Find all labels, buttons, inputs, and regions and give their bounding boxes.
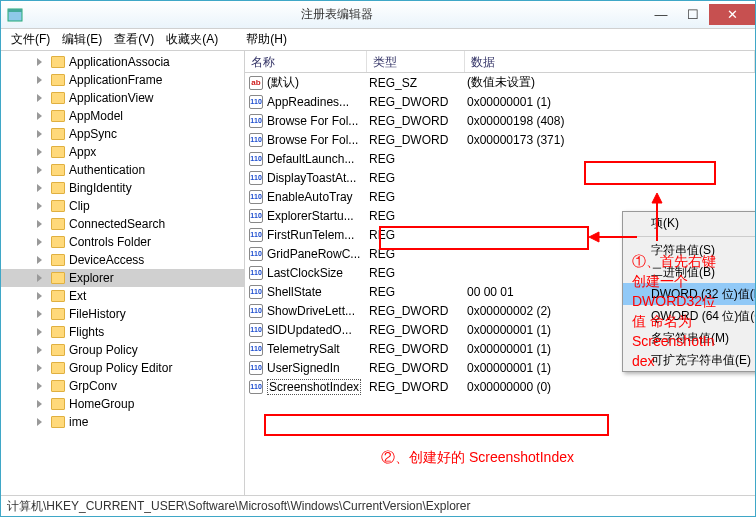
expand-icon[interactable] bbox=[37, 382, 42, 390]
menu-item-string[interactable]: 字符串值(S) bbox=[623, 239, 756, 261]
menu-item-binary[interactable]: 二进制值(B) bbox=[623, 261, 756, 283]
tree-pane[interactable]: ApplicationAssociaApplicationFrameApplic… bbox=[1, 51, 245, 495]
header-name[interactable]: 名称 bbox=[245, 51, 367, 72]
menu-edit[interactable]: 编辑(E) bbox=[56, 29, 108, 50]
binary-icon: 110 bbox=[249, 190, 263, 204]
value-type: REG bbox=[367, 190, 465, 204]
expand-icon[interactable] bbox=[37, 184, 42, 192]
value-row[interactable]: 110DisplayToastAt...REG bbox=[245, 168, 755, 187]
string-icon: ab bbox=[249, 76, 263, 90]
value-row[interactable]: 110Browse For Fol...REG_DWORD0x00000198 … bbox=[245, 111, 755, 130]
menu-item-key[interactable]: 项(K) bbox=[623, 212, 756, 234]
tree-label: BingIdentity bbox=[69, 181, 132, 195]
tree-label: ApplicationView bbox=[69, 91, 154, 105]
tree-item-homegroup[interactable]: HomeGroup bbox=[1, 395, 244, 413]
value-name: TelemetrySalt bbox=[267, 342, 340, 356]
menubar: 文件(F) 编辑(E) 查看(V) 收藏夹(A) 帮助(H) bbox=[1, 29, 755, 51]
header-data[interactable]: 数据 bbox=[465, 51, 755, 72]
expand-icon[interactable] bbox=[37, 94, 42, 102]
value-row[interactable]: ab(默认)REG_SZ(数值未设置) bbox=[245, 73, 755, 92]
tree-item-appx[interactable]: Appx bbox=[1, 143, 244, 161]
tree-item-applicationview[interactable]: ApplicationView bbox=[1, 89, 244, 107]
value-data: 0x00000173 (371) bbox=[465, 133, 755, 147]
expand-icon[interactable] bbox=[37, 346, 42, 354]
tree-item-flights[interactable]: Flights bbox=[1, 323, 244, 341]
tree-label: GrpConv bbox=[69, 379, 117, 393]
statusbar: 计算机\HKEY_CURRENT_USER\Software\Microsoft… bbox=[1, 495, 755, 517]
menu-item-multistring[interactable]: 多字符串值(M) bbox=[623, 327, 756, 349]
menu-view[interactable]: 查看(V) bbox=[108, 29, 160, 50]
expand-icon[interactable] bbox=[37, 76, 42, 84]
tree-item-group-policy-editor[interactable]: Group Policy Editor bbox=[1, 359, 244, 377]
window-title: 注册表编辑器 bbox=[29, 6, 645, 23]
folder-icon bbox=[51, 182, 65, 194]
tree-item-ime[interactable]: ime bbox=[1, 413, 244, 431]
value-name: ShowDriveLett... bbox=[267, 304, 355, 318]
menu-file[interactable]: 文件(F) bbox=[5, 29, 56, 50]
menu-help[interactable]: 帮助(H) bbox=[240, 29, 293, 50]
expand-icon[interactable] bbox=[37, 202, 42, 210]
titlebar: 注册表编辑器 — ☐ ✕ bbox=[1, 1, 755, 29]
value-name: ShellState bbox=[267, 285, 322, 299]
expand-icon[interactable] bbox=[37, 166, 42, 174]
status-path: 计算机\HKEY_CURRENT_USER\Software\Microsoft… bbox=[7, 498, 470, 515]
maximize-button[interactable]: ☐ bbox=[677, 4, 709, 25]
binary-icon: 110 bbox=[249, 247, 263, 261]
folder-icon bbox=[51, 218, 65, 230]
expand-icon[interactable] bbox=[37, 310, 42, 318]
tree-item-deviceaccess[interactable]: DeviceAccess bbox=[1, 251, 244, 269]
value-type: REG bbox=[367, 228, 465, 242]
menu-fav[interactable]: 收藏夹(A) bbox=[160, 29, 224, 50]
tree-label: AppModel bbox=[69, 109, 123, 123]
tree-label: Flights bbox=[69, 325, 104, 339]
tree-item-authentication[interactable]: Authentication bbox=[1, 161, 244, 179]
value-type: REG bbox=[367, 171, 465, 185]
tree-item-applicationassocia[interactable]: ApplicationAssocia bbox=[1, 53, 244, 71]
menu-item-dword[interactable]: DWORD (32 位)值(D)↖ bbox=[623, 283, 756, 305]
value-type: REG_DWORD bbox=[367, 95, 465, 109]
expand-icon[interactable] bbox=[37, 292, 42, 300]
expand-icon[interactable] bbox=[37, 112, 42, 120]
expand-icon[interactable] bbox=[37, 148, 42, 156]
folder-icon bbox=[51, 128, 65, 140]
folder-icon bbox=[51, 200, 65, 212]
tree-item-controls-folder[interactable]: Controls Folder bbox=[1, 233, 244, 251]
tree-item-grpconv[interactable]: GrpConv bbox=[1, 377, 244, 395]
tree-item-bingidentity[interactable]: BingIdentity bbox=[1, 179, 244, 197]
tree-item-connectedsearch[interactable]: ConnectedSearch bbox=[1, 215, 244, 233]
header-type[interactable]: 类型 bbox=[367, 51, 465, 72]
tree-item-appsync[interactable]: AppSync bbox=[1, 125, 244, 143]
tree-item-group-policy[interactable]: Group Policy bbox=[1, 341, 244, 359]
expand-icon[interactable] bbox=[37, 238, 42, 246]
value-row[interactable]: 110DefaultLaunch...REG bbox=[245, 149, 755, 168]
expand-icon[interactable] bbox=[37, 328, 42, 336]
folder-icon bbox=[51, 398, 65, 410]
expand-icon[interactable] bbox=[37, 418, 42, 426]
tree-item-ext[interactable]: Ext bbox=[1, 287, 244, 305]
tree-label: DeviceAccess bbox=[69, 253, 144, 267]
binary-icon: 110 bbox=[249, 304, 263, 318]
expand-icon[interactable] bbox=[37, 274, 42, 282]
expand-icon[interactable] bbox=[37, 220, 42, 228]
tree-item-filehistory[interactable]: FileHistory bbox=[1, 305, 244, 323]
tree-item-applicationframe[interactable]: ApplicationFrame bbox=[1, 71, 244, 89]
expand-icon[interactable] bbox=[37, 256, 42, 264]
expand-icon[interactable] bbox=[37, 130, 42, 138]
expand-icon[interactable] bbox=[37, 400, 42, 408]
value-data: 0x00000001 (1) bbox=[465, 95, 755, 109]
tree-item-clip[interactable]: Clip bbox=[1, 197, 244, 215]
tree-label: Clip bbox=[69, 199, 90, 213]
expand-icon[interactable] bbox=[37, 364, 42, 372]
value-row[interactable]: 110ScreenshotIndexREG_DWORD0x00000000 (0… bbox=[245, 377, 755, 396]
menu-item-expandstring[interactable]: 可扩充字符串值(E) bbox=[623, 349, 756, 371]
folder-icon bbox=[51, 164, 65, 176]
close-button[interactable]: ✕ bbox=[709, 4, 755, 25]
value-row[interactable]: 110AppReadines...REG_DWORD0x00000001 (1) bbox=[245, 92, 755, 111]
tree-item-appmodel[interactable]: AppModel bbox=[1, 107, 244, 125]
value-row[interactable]: 110EnableAutoTrayREG bbox=[245, 187, 755, 206]
tree-item-explorer[interactable]: Explorer bbox=[1, 269, 244, 287]
expand-icon[interactable] bbox=[37, 58, 42, 66]
value-row[interactable]: 110Browse For Fol...REG_DWORD0x00000173 … bbox=[245, 130, 755, 149]
minimize-button[interactable]: — bbox=[645, 4, 677, 25]
menu-item-qword[interactable]: QWORD (64 位)值(Q) bbox=[623, 305, 756, 327]
